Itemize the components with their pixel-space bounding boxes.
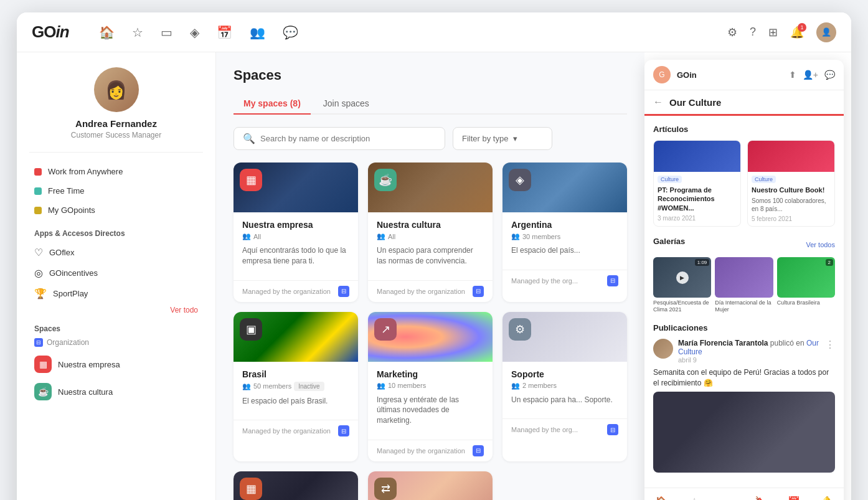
profile-section: 👩 Andrea Fernandez Customer Sucess Manag… xyxy=(29,67,203,153)
sidebar-space-empresa[interactable]: ▦ Nuestra empresa xyxy=(29,352,203,377)
panel-title: Our Culture xyxy=(669,97,721,108)
filter-label: Filter by type xyxy=(462,134,508,143)
card-body-soporte: Soporte 👥2 members Un espacio para ha...… xyxy=(502,362,627,419)
panel-add-person-icon[interactable]: 👤+ xyxy=(803,70,818,80)
page-title: Spaces xyxy=(234,67,627,83)
cards-grid: ▦ Nuestra empresa 👥All Aquí encontrarás … xyxy=(234,163,627,500)
gallery-item-0[interactable]: ▶ 1:09 Pesquisa/Encuesta de Clima 2021 xyxy=(653,257,711,313)
tag-icon[interactable]: ◈ xyxy=(190,25,199,40)
search-filter-row: 🔍 Filter by type ▾ xyxy=(234,127,627,150)
settings-icon[interactable]: ⚙ xyxy=(727,26,737,39)
articulos-title: Artículos xyxy=(653,125,835,134)
card-title-empresa: Nuestra empresa xyxy=(242,220,349,230)
space-card-runners[interactable]: ⇄ Runners 👥3 members Managed by the orga… xyxy=(368,471,493,500)
article-card-1[interactable]: Culture Nuestro Culture Book! Somos 100 … xyxy=(747,140,835,227)
panel-nav-bell[interactable]: 🔔 xyxy=(811,493,844,500)
panel-nav-folder[interactable]: ▭ xyxy=(711,493,744,500)
galerias-row: Galerías Ver todos xyxy=(653,237,835,252)
post-text: Semanita con el equipo de Perú! Gracias … xyxy=(653,367,835,389)
card-badge-brasil: ▣ xyxy=(240,318,262,341)
gallery-item-2[interactable]: 2 Cultura Brasileira xyxy=(777,257,835,313)
user-avatar[interactable]: 👤 xyxy=(816,22,836,42)
card-members-cultura: 👥All xyxy=(377,232,484,240)
freetime-dot xyxy=(34,187,42,195)
play-button-0[interactable]: ▶ xyxy=(676,271,689,284)
calendar-icon[interactable]: 📅 xyxy=(217,25,232,40)
card-body-argentina: Argentina 👥30 members El espacio del paí… xyxy=(502,212,627,270)
panel-top-icons: ⬆ 👤+ 💬 xyxy=(789,70,835,80)
panel-chat-icon[interactable]: 💬 xyxy=(824,70,835,80)
org-icon: ⊟ xyxy=(34,338,43,347)
card-desc-empresa: Aquí encontrarás todo lo que la empresa … xyxy=(242,245,349,267)
gallery-item-1[interactable]: Día Internacional de la Mujer xyxy=(715,257,773,313)
panel-nav-bookmark[interactable]: 🔖 xyxy=(744,493,777,500)
tab-my-spaces[interactable]: My spaces (8) xyxy=(234,93,311,115)
card-desc-soporte: Un espacio para ha... Soporte. xyxy=(511,395,618,405)
post-author: María Florencia Tarantola publicó en Our… xyxy=(678,339,820,356)
ver-todos-link[interactable]: Ver todos xyxy=(806,241,835,248)
space-card-cultura[interactable]: ☕ Nuestra cultura 👥All Un espacio para c… xyxy=(368,163,493,302)
search-input[interactable] xyxy=(260,134,436,143)
grid-icon[interactable]: ⊞ xyxy=(768,26,778,39)
panel-nav-home[interactable]: 🏠 xyxy=(644,493,677,500)
sidebar-item-sportplay[interactable]: 🏆 SportPlay xyxy=(29,284,203,303)
card-badge-empresa: ▦ xyxy=(240,169,262,191)
search-icon: 🔍 xyxy=(243,133,255,144)
sidebar-item-gopoints[interactable]: My GOpoints xyxy=(29,201,203,219)
space-card-empresa[interactable]: ▦ Nuestra empresa 👥All Aquí encontrarás … xyxy=(234,163,358,302)
home-icon[interactable]: 🏠 xyxy=(99,25,115,40)
article-subtitle-1: Somos 100 colaboradores, en 8 país... xyxy=(748,197,834,215)
card-body-marketing: Marketing 👥10 members Ingresa y entérate… xyxy=(368,362,493,440)
help-icon[interactable]: ? xyxy=(750,26,756,39)
card-footer-empresa: Managed by the organization ⊟ xyxy=(234,280,358,302)
gopoints-dot xyxy=(34,207,42,214)
galerias-title: Galerías xyxy=(653,237,685,246)
sidebar-item-goflex[interactable]: ♡ GOflex xyxy=(29,243,203,262)
sidebar-spaces-section: Spaces ⊟ Organization ▦ Nuestra empresa … xyxy=(29,324,203,404)
card-footer-soporte: Managed by the org... ⊟ xyxy=(502,418,627,440)
free-time-label: Free Time xyxy=(48,186,85,196)
star-icon[interactable]: ☆ xyxy=(132,25,143,40)
people-icon[interactable]: 👥 xyxy=(250,25,265,40)
panel-nav-star[interactable]: ☆ xyxy=(677,493,710,500)
app-logo[interactable]: GOin xyxy=(32,22,69,42)
managed-icon-marketing: ⊟ xyxy=(473,445,484,456)
space-card-argentina[interactable]: ◈ Argentina 👥30 members El espacio del p… xyxy=(502,163,627,302)
tab-join-spaces[interactable]: Join spaces xyxy=(313,93,379,115)
sidebar-item-free-time[interactable]: Free Time xyxy=(29,182,203,200)
article-card-0[interactable]: Culture PT: Programa de Reconocimientos … xyxy=(653,140,741,227)
sidebar-item-goincentives[interactable]: ◎ GOincentives xyxy=(29,263,203,283)
profile-role: Customer Sucess Manager xyxy=(29,131,203,139)
post-options-button[interactable]: ⋮ xyxy=(825,339,835,351)
space-card-auditores[interactable]: ▦ Auditores 👥3 members Inactive Managed … xyxy=(234,471,358,500)
managed-icon-empresa: ⊟ xyxy=(338,286,349,297)
folder-icon[interactable]: ▭ xyxy=(161,25,172,40)
card-title-marketing: Marketing xyxy=(377,369,484,379)
top-nav: GOin 🏠 ☆ ▭ ◈ 📅 👥 💬 ⚙ ? ⊞ 🔔 1 👤 xyxy=(17,12,851,52)
panel-back-button[interactable]: ← xyxy=(653,97,663,108)
sidebar-item-work-from-anywhere[interactable]: Work from Anywhere xyxy=(29,163,203,181)
tabs: My spaces (8) Join spaces xyxy=(234,93,627,115)
space-card-brasil[interactable]: ▣ Brasil 👥50 members Inactive El espacio… xyxy=(234,312,358,461)
chat-icon[interactable]: 💬 xyxy=(283,25,298,40)
post-action: publicó en xyxy=(770,339,806,347)
sidebar: 👩 Andrea Fernandez Customer Sucess Manag… xyxy=(17,52,216,500)
card-footer-argentina: Managed by the org... ⊟ xyxy=(502,270,627,291)
notification-bell[interactable]: 🔔 1 xyxy=(790,26,804,39)
work-dot xyxy=(34,168,42,176)
managed-icon-cultura: ⊟ xyxy=(473,286,484,297)
post-date: abril 9 xyxy=(678,356,820,364)
sidebar-space-cultura[interactable]: ☕ Nuestra cultura xyxy=(29,379,203,404)
space-card-marketing[interactable]: ↗ Marketing 👥10 members Ingresa y entéra… xyxy=(368,312,493,461)
managed-label-brasil: Managed by the organization xyxy=(242,427,331,435)
filter-select[interactable]: Filter by type ▾ xyxy=(453,127,552,150)
panel-upload-icon[interactable]: ⬆ xyxy=(789,70,796,80)
gallery-label-0: Pesquisa/Encuesta de Clima 2021 xyxy=(653,300,711,313)
ver-todo-link[interactable]: Ver todo xyxy=(29,306,203,314)
profile-avatar[interactable]: 👩 xyxy=(94,67,139,112)
search-box[interactable]: 🔍 xyxy=(234,127,445,150)
article-tag-0: Culture xyxy=(658,176,682,183)
panel-nav-calendar[interactable]: 📅 xyxy=(777,493,810,500)
space-card-soporte[interactable]: ⚙ Soporte 👥2 members Un espacio para ha.… xyxy=(502,312,627,461)
apps-section-title: Apps & Accesos Directos xyxy=(34,229,203,238)
